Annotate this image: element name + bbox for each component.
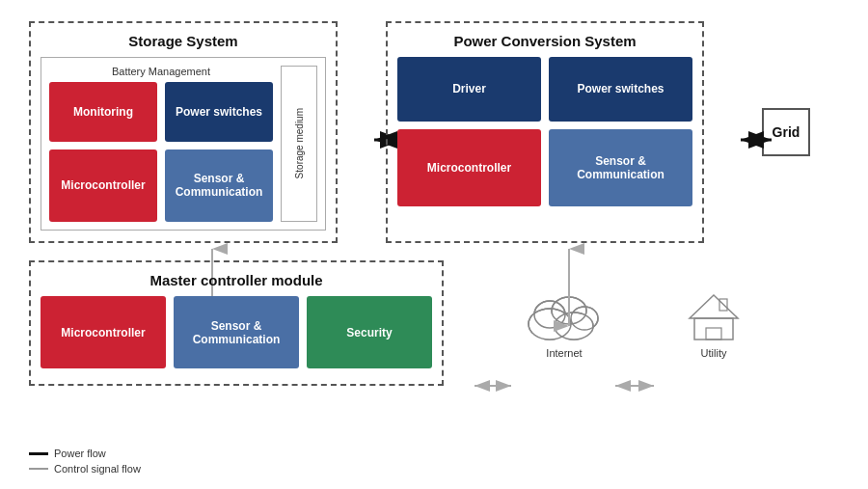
power-conversion-box: Power Conversion System Driver Power swi… — [386, 21, 704, 243]
mc-grid: Microcontroller Sensor & Communication S… — [41, 296, 432, 368]
svg-marker-17 — [690, 295, 738, 318]
legend-power-flow: Power flow — [29, 448, 141, 459]
legend: Power flow Control signal flow — [29, 448, 141, 475]
legend-power-line — [29, 452, 48, 455]
legend-power-label: Power flow — [54, 448, 106, 459]
battery-management-area: Battery Management Monitoring Power swit… — [49, 66, 273, 222]
legend-control-label: Control signal flow — [54, 463, 141, 475]
svg-rect-18 — [694, 318, 733, 340]
microcontroller-component-mc: Microcontroller — [41, 296, 166, 368]
cloud-svg — [521, 287, 608, 343]
sensor-comm-component-pc: Sensor & Communication — [549, 129, 692, 207]
sensor-comm-component-storage: Sensor & Communication — [165, 149, 273, 223]
storage-system-box: Storage System Battery Management Monito… — [29, 21, 338, 243]
storage-medium-label: Storage medium — [294, 108, 305, 178]
storage-inner: Battery Management Monitoring Power swit… — [41, 57, 326, 231]
bottom-section: Master controller module Microcontroller… — [29, 260, 839, 386]
legend-control-line — [29, 468, 48, 470]
bm-grid: Monitoring Power switches Microcontrolle… — [49, 82, 273, 222]
grid-box: Grid — [762, 108, 810, 156]
storage-medium-area: Storage medium — [281, 66, 317, 222]
sensor-comm-component-mc: Sensor & Communication — [174, 296, 299, 368]
legend-control-flow: Control signal flow — [29, 463, 141, 475]
power-conversion-group: Power Conversion System Driver Power swi… — [386, 21, 810, 243]
microcontroller-component-storage: Microcontroller — [49, 149, 157, 223]
pc-grid: Driver Power switches Microcontroller Se… — [397, 57, 692, 206]
battery-mgmt-title: Battery Management — [49, 66, 273, 77]
internet-area: Internet — [521, 287, 608, 359]
utility-label: Utility — [701, 347, 727, 359]
internet-label: Internet — [546, 347, 582, 359]
diagram-container: Storage System Battery Management Monito… — [0, 0, 868, 489]
power-switches-component-storage: Power switches — [165, 82, 273, 142]
utility-area: Utility — [685, 287, 743, 359]
driver-component: Driver — [397, 57, 541, 122]
grid-label: Grid — [773, 124, 800, 140]
security-component: Security — [307, 296, 432, 368]
monitoring-component: Monitoring — [49, 82, 157, 142]
master-controller-title: Master controller module — [41, 272, 432, 288]
power-conversion-title: Power Conversion System — [397, 33, 692, 49]
storage-system-title: Storage System — [41, 33, 326, 49]
house-svg — [685, 287, 743, 343]
microcontroller-component-pc: Microcontroller — [397, 129, 541, 207]
power-switches-component-pc: Power switches — [549, 57, 692, 122]
svg-rect-19 — [706, 328, 721, 340]
master-controller-box: Master controller module Microcontroller… — [29, 260, 444, 386]
